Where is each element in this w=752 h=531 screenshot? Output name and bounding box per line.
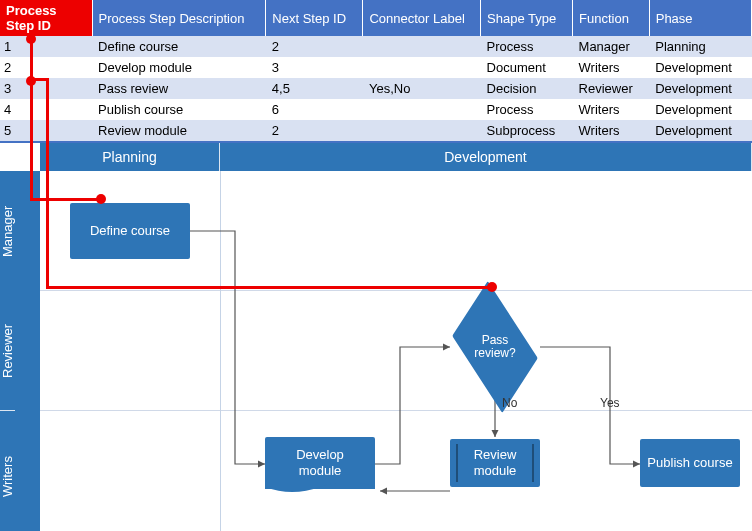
table-body: 1 Define course 2 Process Manager Planni…: [0, 36, 752, 141]
connector-label-yes: Yes: [600, 396, 620, 410]
table-row: 5 Review module 2 Subprocess Writers Dev…: [0, 120, 752, 141]
connector-label-no: No: [502, 396, 517, 410]
table-header-row: Process Step ID Process Step Description…: [0, 0, 752, 36]
col-header-connector: Connector Label: [363, 0, 481, 36]
col-header-function: Function: [573, 0, 650, 36]
phase-development: Development: [220, 143, 752, 171]
process-map-table: Process Step ID Process Step Description…: [0, 0, 752, 141]
shape-pass-review: Pass review?: [450, 315, 540, 379]
lane-manager: Manager: [0, 171, 15, 291]
flowchart-diagram: Planning Development Manager Reviewer Wr…: [0, 141, 752, 531]
shape-define-course: Define course: [70, 203, 190, 259]
document-wave-icon: [265, 483, 375, 497]
table-row: 3 Pass review 4,5 Yes,No Decision Review…: [0, 78, 752, 99]
lane-writers: Writers: [0, 411, 15, 531]
col-header-next: Next Step ID: [266, 0, 363, 36]
phase-header: Planning Development: [40, 143, 752, 171]
phase-planning: Planning: [40, 143, 220, 171]
col-header-step-id: Process Step ID: [0, 0, 92, 36]
table-row: 2 Develop module 3 Document Writers Deve…: [0, 57, 752, 78]
table-row: 4 Publish course 6 Process Writers Devel…: [0, 99, 752, 120]
shape-publish-course: Publish course: [640, 439, 740, 487]
shape-develop-module: Develop module: [265, 437, 375, 489]
swimlane-labels: Manager Reviewer Writers: [0, 171, 40, 531]
table-row: 1 Define course 2 Process Manager Planni…: [0, 36, 752, 57]
col-header-shape: Shape Type: [481, 0, 573, 36]
lane-reviewer: Reviewer: [0, 291, 15, 411]
col-header-desc: Process Step Description: [92, 0, 266, 36]
swimlane-area: Define course Develop module Pass review…: [40, 171, 752, 531]
col-header-phase: Phase: [649, 0, 751, 36]
shape-review-module: Review module: [450, 439, 540, 487]
